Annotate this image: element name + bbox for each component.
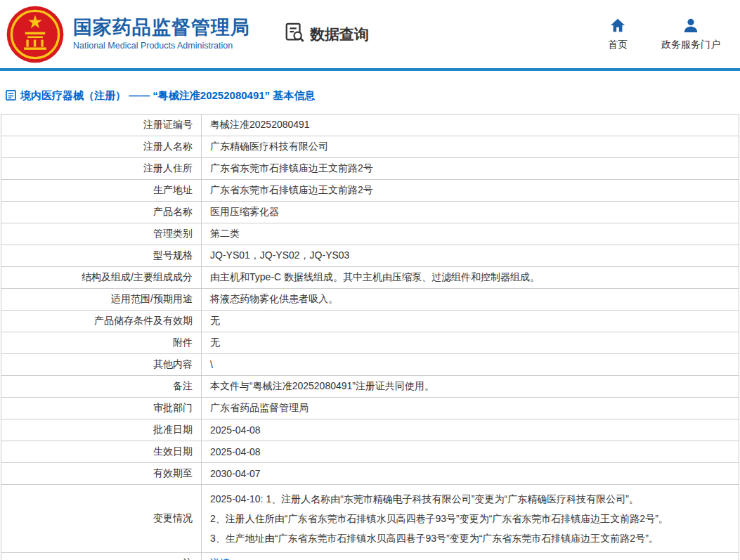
row-label: 注册人住所 <box>1 158 202 180</box>
row-value: 2025-04-10: 1、注册人名称由“东莞市精确电子科技有限公司”变更为“广… <box>202 485 739 553</box>
registration-info: 注册证编号粤械注准20252080491注册人名称广东精确医疗科技有限公司注册人… <box>1 114 739 560</box>
header-right-nav: 首页 政务服务门户 <box>608 18 720 51</box>
row-label: 其他内容 <box>1 354 202 376</box>
row-value: 无 <box>202 332 739 354</box>
org-name-en: National Medical Products Administration <box>73 41 250 51</box>
person-icon <box>683 18 699 35</box>
table-row: 其他内容\ <box>1 354 739 376</box>
nav-data-query[interactable]: 数据查询 <box>284 22 369 46</box>
nav-home-label: 首页 <box>608 39 628 51</box>
row-value: 粤械注准20252080491 <box>202 115 739 136</box>
row-value: 2025-04-08 <box>202 441 739 463</box>
table-row: 生产地址广东省东莞市石排镇庙边王文前路2号 <box>1 180 739 202</box>
row-value-line: 2025-04-10: 1、注册人名称由“东莞市精确电子科技有限公司”变更为“广… <box>210 489 730 509</box>
nav-home[interactable]: 首页 <box>608 18 628 51</box>
row-label: 管理类别 <box>1 223 202 245</box>
nav-query-label: 数据查询 <box>310 25 369 44</box>
national-emblem-logo <box>6 5 65 64</box>
row-value: 2025-04-08 <box>202 419 739 441</box>
site-header: 国家药品监督管理局 National Medical Products Admi… <box>0 0 740 68</box>
table-row: 产品储存条件及有效期无 <box>1 311 739 332</box>
row-value: 由主机和Type-C 数据线组成。其中主机由压缩泵、过滤组件和控制器组成。 <box>202 267 739 289</box>
row-label: 审批部门 <box>1 398 202 419</box>
row-value: 广东省药品监督管理局 <box>202 398 739 419</box>
table-row: 注册证编号粤械注准20252080491 <box>1 115 739 136</box>
registration-info-table: 注册证编号粤械注准20252080491注册人名称广东精确医疗科技有限公司注册人… <box>1 114 739 560</box>
row-value: 无 <box>202 311 739 332</box>
row-value: \ <box>202 354 739 376</box>
table-row: 注册人名称广东精确医疗科技有限公司 <box>1 136 739 158</box>
row-value: 广东精确医疗科技有限公司 <box>202 136 739 158</box>
row-label: 注册证编号 <box>1 115 202 136</box>
row-label: 备注 <box>1 376 202 398</box>
row-label: 批准日期 <box>1 419 202 441</box>
breadcrumb: 境内医疗器械（注册） —— “粤械注准20252080491” 基本信息 <box>0 71 740 114</box>
row-value: 将液态药物雾化供患者吸入。 <box>202 289 739 311</box>
row-value: 医用压缩雾化器 <box>202 202 739 223</box>
row-label: 有效期至 <box>1 463 202 485</box>
row-value: 第二类 <box>202 223 739 245</box>
row-value-line: 2、注册人住所由“广东省东莞市石排镇水贝高四巷子93号”变更为“广东省东莞市石排… <box>210 509 730 528</box>
row-label: 结构及组成/主要组成成分 <box>1 267 202 289</box>
row-label: 产品储存条件及有效期 <box>1 311 202 332</box>
table-row: 附件无 <box>1 332 739 354</box>
table-row: 产品名称医用压缩雾化器 <box>1 202 739 223</box>
table-row: ●注详情 <box>1 553 739 560</box>
row-value: 详情 <box>202 553 739 560</box>
row-label: 生效日期 <box>1 441 202 463</box>
row-value-line: 3、生产地址由“广东省东莞市石排镇水贝高四巷子93号”变更为“广东省东莞市石排镇… <box>210 528 730 548</box>
table-row: 生效日期2025-04-08 <box>1 441 739 463</box>
row-value: 广东省东莞市石排镇庙边王文前路2号 <box>202 158 739 180</box>
row-label: 生产地址 <box>1 180 202 202</box>
nav-gov-portal[interactable]: 政务服务门户 <box>661 18 720 51</box>
table-row: 审批部门广东省药品监督管理局 <box>1 398 739 419</box>
row-label: 型号规格 <box>1 245 202 267</box>
table-row: 有效期至2030-04-07 <box>1 463 739 485</box>
row-label: 附件 <box>1 332 202 354</box>
org-name-cn: 国家药品监督管理局 <box>73 18 250 39</box>
row-label: 变更情况 <box>1 485 202 553</box>
table-row: 管理类别第二类 <box>1 223 739 245</box>
row-value: 本文件与“粤械注准20252080491”注册证共同使用。 <box>202 376 739 398</box>
table-row: 批准日期2025-04-08 <box>1 419 739 441</box>
row-label: ●注 <box>1 553 202 560</box>
home-icon <box>610 18 625 35</box>
table-row: 型号规格JQ-YS01，JQ-YS02，JQ-YS03 <box>1 245 739 267</box>
table-row: 备注本文件与“粤械注准20252080491”注册证共同使用。 <box>1 376 739 398</box>
data-query-icon <box>284 22 305 46</box>
brand-block: 国家药品监督管理局 National Medical Products Admi… <box>73 18 250 51</box>
nav-portal-label: 政务服务门户 <box>661 39 720 51</box>
breadcrumb-icon <box>6 90 16 103</box>
row-value: 广东省东莞市石排镇庙边王文前路2号 <box>202 180 739 202</box>
breadcrumb-text: 境内医疗器械（注册） —— “粤械注准20252080491” 基本信息 <box>20 89 315 103</box>
info-table-body: 注册证编号粤械注准20252080491注册人名称广东精确医疗科技有限公司注册人… <box>1 115 739 560</box>
row-label: 产品名称 <box>1 202 202 223</box>
table-row: 适用范围/预期用途将液态药物雾化供患者吸入。 <box>1 289 739 311</box>
table-row: 结构及组成/主要组成成分由主机和Type-C 数据线组成。其中主机由压缩泵、过滤… <box>1 267 739 289</box>
row-value: 2030-04-07 <box>202 463 739 485</box>
row-label: 适用范围/预期用途 <box>1 289 202 311</box>
row-label: 注册人名称 <box>1 136 202 158</box>
table-row: 注册人住所广东省东莞市石排镇庙边王文前路2号 <box>1 158 739 180</box>
row-value: JQ-YS01，JQ-YS02，JQ-YS03 <box>202 245 739 267</box>
table-row: 变更情况2025-04-10: 1、注册人名称由“东莞市精确电子科技有限公司”变… <box>1 485 739 553</box>
details-link[interactable]: 详情 <box>210 557 230 560</box>
